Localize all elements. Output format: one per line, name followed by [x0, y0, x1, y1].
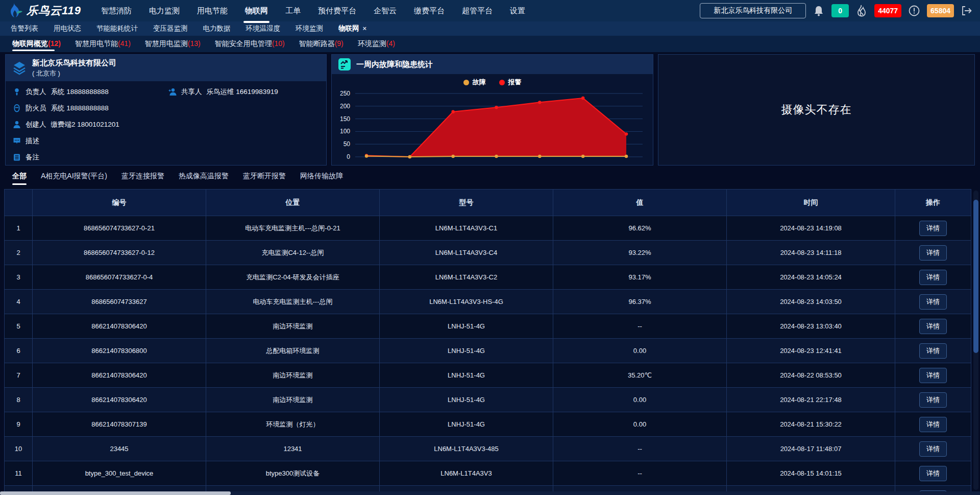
page-tab-环境监测[interactable]: 环境监测 — [288, 24, 331, 33]
cell-time: 2024-08-15 14:01:15 — [727, 461, 895, 486]
detail-button[interactable]: 详情 — [919, 466, 947, 481]
page-tab-电力数据[interactable]: 电力数据 — [195, 24, 238, 33]
filter-tab-蓝牙连接报警[interactable]: 蓝牙连接报警 — [115, 171, 170, 182]
sub-tab-count: (12) — [48, 39, 61, 48]
sub-tab-环境监测[interactable]: 环境监测(4) — [351, 36, 402, 52]
detail-button[interactable]: 详情 — [919, 392, 947, 408]
overview-panels: 新北京乐鸟科技有限公司 ( 北京市 ) 负责人系统 18888888888防火员… — [5, 54, 975, 166]
legend-item-故障[interactable]: 故障 — [463, 78, 486, 87]
cell-model: LNHJ-51-4G — [380, 314, 553, 339]
nav-item-用电节能[interactable]: 用电节能 — [188, 0, 236, 21]
cell-id: 866214078306800 — [33, 339, 206, 363]
detail-button[interactable]: 详情 — [919, 441, 947, 457]
cell-action: 详情 — [895, 216, 971, 241]
cell-location: 环境监测（灯光） — [206, 412, 380, 437]
filter-tab-热成像高温报警[interactable]: 热成像高温报警 — [173, 171, 235, 182]
chart-report-icon — [338, 58, 351, 71]
nav-item-超管平台[interactable]: 超管平台 — [453, 0, 501, 21]
cell-model: LN6M-L1T4A3V3-C4 — [380, 241, 553, 265]
nav-item-设置[interactable]: 设置 — [501, 0, 534, 21]
row-index: 5 — [5, 314, 33, 339]
info-label: 描述 — [26, 136, 39, 146]
top-nav-bar: 乐鸟云119 智慧消防电力监测用电节能物联网工单预付费平台企智云缴费平台超管平台… — [0, 0, 980, 21]
company-selector-button[interactable]: 新北京乐鸟科技有限公司 — [700, 3, 806, 18]
cell-location: 总配电箱环境监测 — [206, 339, 380, 363]
cell-id: btype_300_test_device — [33, 461, 206, 486]
page-tab-物联网[interactable]: 物联网× — [331, 24, 374, 33]
sub-tab-智能安全用电管理[interactable]: 智能安全用电管理(10) — [208, 36, 292, 52]
cell-value: 0.00 — [553, 388, 727, 412]
sub-tab-count: (10) — [272, 39, 285, 48]
row-index: 11 — [5, 461, 33, 486]
detail-button[interactable]: 详情 — [919, 417, 947, 432]
sub-tab-智慧用电节能[interactable]: 智慧用电节能(41) — [68, 36, 138, 52]
info-row-创建人: 创建人缴费端2 18001021201 — [13, 120, 168, 129]
nav-item-工单[interactable]: 工单 — [277, 0, 309, 21]
table-body: 1868656074733627-0-21电动车充电监测主机---总闸-0-21… — [5, 216, 971, 495]
bell-icon[interactable] — [813, 5, 825, 17]
cell-model: LNHJ-51-4G — [380, 339, 553, 363]
page-tab-告警列表[interactable]: 告警列表 — [3, 24, 46, 33]
close-tab-icon[interactable]: × — [363, 25, 367, 32]
nav-item-智慧消防[interactable]: 智慧消防 — [92, 0, 140, 21]
sub-tab-物联网概览[interactable]: 物联网概览(12) — [5, 36, 68, 52]
horizontal-scrollbar-thumb[interactable] — [0, 491, 231, 495]
detail-button[interactable]: 详情 — [919, 245, 947, 261]
vertical-scrollbar-thumb[interactable] — [973, 200, 978, 353]
iot-category-tabs: 物联网概览(12)智慧用电节能(41)智慧用电监测(13)智能安全用电管理(10… — [0, 36, 980, 52]
company-info-col1: 负责人系统 18888888888防火员系统 18888888888创建人缴费端… — [13, 87, 168, 162]
page-tab-用电状态[interactable]: 用电状态 — [46, 24, 89, 33]
filter-tab-蓝牙断开报警[interactable]: 蓝牙断开报警 — [237, 171, 292, 182]
cell-id: 866214078306420 — [33, 314, 206, 339]
camera-panel: 摄像头不存在 — [658, 54, 975, 166]
table-row: 9866214078307139环境监测（灯光）LNHJ-51-4G0.0020… — [5, 412, 971, 437]
flame-alert-icon[interactable] — [855, 5, 868, 17]
company-name: 新北京乐鸟科技有限公司 — [32, 58, 116, 68]
nav-item-企智云[interactable]: 企智云 — [365, 0, 405, 21]
filter-tab-网络传输故障[interactable]: 网络传输故障 — [294, 171, 349, 182]
cell-model: LNHJ-51-4G — [380, 363, 553, 388]
detail-button[interactable]: 详情 — [919, 368, 947, 383]
cell-location: btype300测试设备 — [206, 461, 380, 486]
orange-count-badge[interactable]: 65804 — [927, 4, 954, 17]
table-row: 4868656074733627电动车充电监测主机---总闸LN6M-L1T4A… — [5, 290, 971, 314]
filter-tab-全部[interactable]: 全部 — [6, 171, 33, 182]
company-city: ( 北京市 ) — [32, 69, 116, 78]
nav-item-预付费平台[interactable]: 预付费平台 — [309, 0, 365, 21]
legend-item-报警[interactable]: 报警 — [499, 78, 522, 87]
row-index: 7 — [5, 363, 33, 388]
detail-button[interactable]: 详情 — [919, 221, 947, 236]
vertical-scrollbar[interactable] — [973, 191, 978, 490]
cell-time: 2024-08-21 15:30:22 — [727, 412, 895, 437]
detail-button[interactable]: 详情 — [919, 294, 947, 310]
sub-tab-label: 智慧用电节能 — [75, 39, 118, 48]
logout-icon[interactable] — [961, 5, 973, 17]
table-header-时间: 时间 — [727, 190, 895, 216]
row-index: 10 — [5, 437, 33, 461]
page-tab-环境温湿度[interactable]: 环境温湿度 — [238, 24, 288, 33]
info-row-备注: 备注 — [13, 153, 168, 162]
green-count-badge[interactable]: 0 — [831, 4, 849, 17]
cell-value: -- — [553, 437, 727, 461]
page-tab-变压器监测[interactable]: 变压器监测 — [145, 24, 195, 33]
detail-button[interactable]: 详情 — [919, 343, 947, 359]
sub-tab-智能断路器[interactable]: 智能断路器(9) — [292, 36, 351, 52]
horizontal-scrollbar[interactable] — [0, 491, 980, 495]
company-info-col2: 共享人乐鸟运维 16619983919 — [168, 87, 324, 162]
legend-dot-icon — [499, 80, 505, 85]
detail-button[interactable]: 详情 — [919, 319, 947, 334]
nav-item-电力监测[interactable]: 电力监测 — [140, 0, 188, 21]
nav-item-缴费平台[interactable]: 缴费平台 — [405, 0, 453, 21]
cell-time: 2024-08-23 14:11:18 — [727, 241, 895, 265]
page-tab-节能能耗统计[interactable]: 节能能耗统计 — [89, 24, 145, 33]
sub-tab-智慧用电监测[interactable]: 智慧用电监测(13) — [138, 36, 208, 52]
svg-text:250: 250 — [340, 90, 350, 97]
cell-time: 2024-08-23 14:19:08 — [727, 216, 895, 241]
filter-tab-A相充电AI报警(平台)[interactable]: A相充电AI报警(平台) — [35, 171, 113, 182]
detail-button[interactable]: 详情 — [919, 270, 947, 285]
weekly-stats-panel: 一周内故障和隐患统计 故障报警 050100150200250 — [331, 54, 653, 166]
exclamation-circle-icon[interactable] — [908, 5, 920, 17]
sub-tab-label: 智能安全用电管理 — [215, 39, 272, 48]
red-count-badge[interactable]: 44077 — [874, 4, 901, 17]
nav-item-物联网[interactable]: 物联网 — [236, 0, 277, 21]
